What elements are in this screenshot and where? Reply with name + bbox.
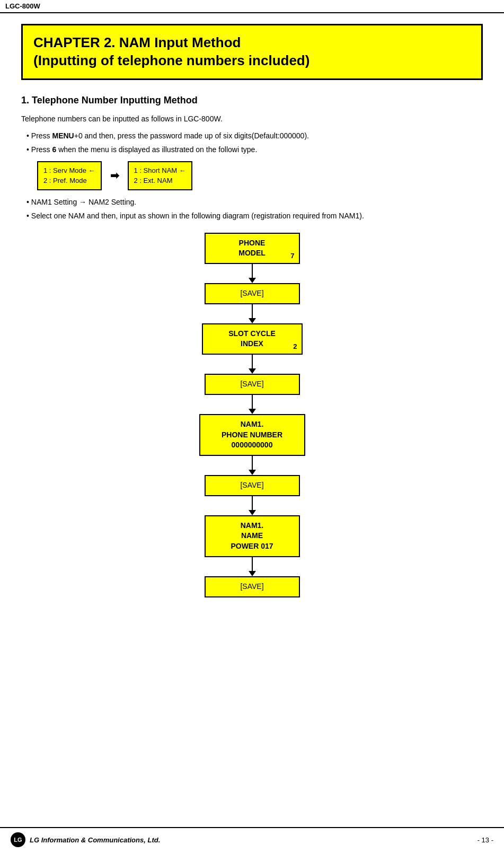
menu-box-right-line1: 1 : Short NAM ←: [134, 166, 186, 174]
section1-title: 1. Telephone Number Inputting Method: [21, 95, 483, 106]
bullet-item-3: NAM1 Setting → NAM2 Setting.: [26, 198, 483, 206]
flow-box-save-1-label: [SAVE]: [240, 288, 263, 299]
chapter-title-line2: (Inputting of telephone numbers included…: [33, 52, 310, 68]
flow-box-save-4: [SAVE]: [205, 576, 300, 597]
flow-box-save-1: [SAVE]: [205, 283, 300, 304]
flow-box-nam1-phone-label: NAM1.PHONE NUMBER0000000000: [222, 419, 282, 451]
flow-arrow-7: [249, 557, 256, 576]
page-content: CHAPTER 2. NAM Input Method (Inputting o…: [0, 13, 504, 619]
flowchart: PHONEMODEL 7 [SAVE] SLOT CYCLEINDEX 2 [S…: [21, 233, 483, 597]
menu-box-right: 1 : Short NAM ← 2 : Ext. NAM: [128, 161, 192, 190]
flow-box-save-4-label: [SAVE]: [240, 582, 263, 592]
flow-arrow-5: [249, 456, 256, 475]
flow-box-phone-model: PHONEMODEL 7: [205, 233, 300, 264]
flow-box-nam1-name: NAM1.NAMEPOWER 017: [205, 515, 300, 557]
flow-box-nam1-name-label: NAM1.NAMEPOWER 017: [231, 521, 273, 552]
chapter-title: CHAPTER 2. NAM Input Method (Inputting o…: [21, 24, 483, 80]
footer-company: LG Information & Communications, Ltd.: [30, 836, 160, 844]
flow-box-save-2: [SAVE]: [205, 374, 300, 395]
page-footer: LG LG Information & Communications, Ltd.…: [0, 827, 504, 851]
flow-box-slot-cycle-label: SLOT CYCLEINDEX: [228, 329, 276, 349]
menu-box-left-line2: 2 : Pref. Mode: [43, 177, 87, 184]
footer-page: - 13 -: [478, 836, 493, 844]
flow-box-phone-model-label: PHONEMODEL: [238, 238, 266, 259]
flow-box-save-2-label: [SAVE]: [240, 379, 263, 390]
bullet-item-2: Press 6 when the menu is displayed as il…: [26, 145, 483, 190]
flow-box-nam1-phone: NAM1.PHONE NUMBER0000000000: [199, 414, 305, 456]
menu-box-left-line1: 1 : Serv Mode ←: [43, 166, 95, 174]
model-label: LGC-800W: [5, 2, 40, 10]
menu-box-right-line2: 2 : Ext. NAM: [134, 177, 173, 184]
arrow-right-icon: ➡: [110, 169, 119, 182]
bullet-list: Press MENU+0 and then, press the passwor…: [21, 131, 483, 220]
menu-box-left: 1 : Serv Mode ← 2 : Pref. Mode: [37, 161, 102, 190]
page-wrapper: LGC-800W CHAPTER 2. NAM Input Method (In…: [0, 0, 504, 862]
bullet-item-1: Press MENU+0 and then, press the passwor…: [26, 131, 483, 140]
flow-box-slot-cycle-value: 2: [293, 342, 297, 351]
menu-boxes-container: 1 : Serv Mode ← 2 : Pref. Mode ➡ 1 : Sho…: [37, 161, 483, 190]
flow-arrow-3: [249, 355, 256, 374]
bullet-item-4: Select one NAM and then, input as shown …: [26, 212, 483, 220]
chapter-title-line1: CHAPTER 2. NAM Input Method: [33, 34, 241, 50]
flow-box-save-3: [SAVE]: [205, 475, 300, 496]
flow-arrow-4: [249, 395, 256, 414]
flow-box-phone-model-value: 7: [290, 251, 294, 261]
logo-icon: LG: [11, 832, 25, 847]
flow-arrow-6: [249, 496, 256, 515]
section1-intro: Telephone numbers can be inputted as fol…: [21, 115, 483, 123]
flow-arrow-1: [249, 264, 256, 283]
page-header: LGC-800W: [0, 0, 504, 13]
flow-box-save-3-label: [SAVE]: [240, 480, 263, 491]
flow-arrow-2: [249, 304, 256, 323]
flow-box-slot-cycle: SLOT CYCLEINDEX 2: [202, 323, 303, 355]
footer-logo: LG LG Information & Communications, Ltd.: [11, 832, 160, 847]
